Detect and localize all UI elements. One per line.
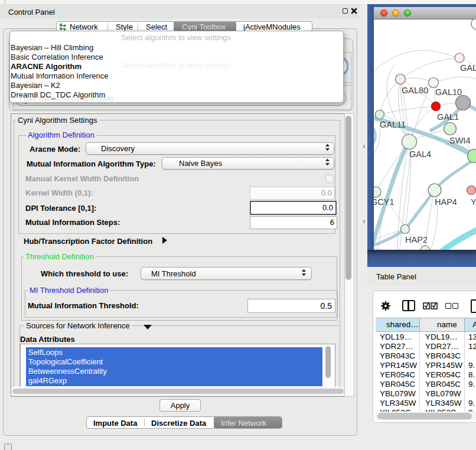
svg-text:GAL10: GAL10 <box>435 87 462 97</box>
svg-text:GAL80: GAL80 <box>402 86 428 95</box>
svg-text:GAL11: GAL11 <box>380 120 406 129</box>
svg-text:HAP4: HAP4 <box>435 197 457 207</box>
svg-text:GCY1: GCY1 <box>374 197 395 207</box>
svg-text:GAL4: GAL4 <box>409 149 431 159</box>
svg-text:GAL1: GAL1 <box>437 112 459 122</box>
svg-text:GAL7: GAL7 <box>460 63 476 73</box>
svg-text:HAP2: HAP2 <box>405 235 428 244</box>
svg-text:SWI4: SWI4 <box>449 136 470 145</box>
svg-text:YPL: YPL <box>471 197 476 207</box>
